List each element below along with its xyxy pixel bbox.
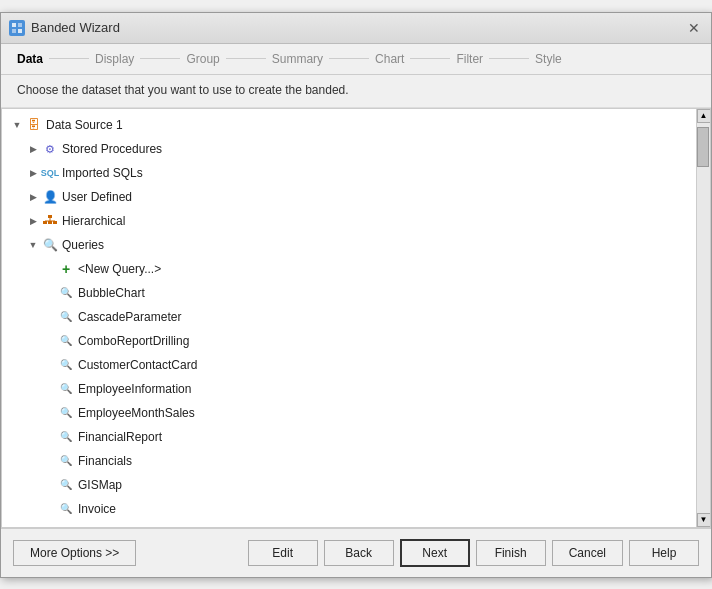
datasource-label: Data Source 1 [46, 115, 123, 135]
tree-node-employeemonthsales[interactable]: 🔍 EmployeeMonthSales [2, 401, 696, 425]
query-icon-financialreport: 🔍 [58, 429, 74, 445]
tree-node-new-query[interactable]: + <New Query...> [2, 257, 696, 281]
finish-button[interactable]: Finish [476, 540, 546, 566]
step-divider-4 [329, 58, 369, 59]
cascadeparameter-label: CascadeParameter [78, 307, 181, 327]
step-chart: Chart [375, 52, 404, 66]
spacer-invoice [42, 502, 56, 516]
window-icon [9, 20, 25, 36]
step-divider-2 [140, 58, 180, 59]
step-display: Display [95, 52, 134, 66]
steps-bar: Data Display Group Summary Chart Filter … [1, 44, 711, 75]
scroll-down-arrow[interactable]: ▼ [697, 513, 711, 527]
spacer-financialreport [42, 430, 56, 444]
query-icon-financials: 🔍 [58, 453, 74, 469]
employeemonthsales-label: EmployeeMonthSales [78, 403, 195, 423]
financialreport-label: FinancialReport [78, 427, 162, 447]
hierarchical-icon [42, 213, 58, 229]
stored-procedures-label: Stored Procedures [62, 139, 162, 159]
scroll-up-arrow[interactable]: ▲ [697, 109, 711, 123]
tree-node-financials[interactable]: 🔍 Financials [2, 449, 696, 473]
tree-node-imported-sqls[interactable]: ▶ SQL Imported SQLs [2, 161, 696, 185]
step-filter: Filter [456, 52, 483, 66]
expand-icon-hierarchical: ▶ [26, 214, 40, 228]
queries-icon: 🔍 [42, 237, 58, 253]
description-text: Choose the dataset that you want to use … [1, 75, 711, 108]
kpi-label: KeyPerformanceIndicators [78, 523, 219, 527]
next-button[interactable]: Next [400, 539, 470, 567]
spacer-cascadeparameter [42, 310, 56, 324]
tree-node-financialreport[interactable]: 🔍 FinancialReport [2, 425, 696, 449]
tree-node-comboreportdrilling[interactable]: 🔍 ComboReportDrilling [2, 329, 696, 353]
svg-rect-8 [48, 221, 52, 224]
add-query-icon: + [58, 261, 74, 277]
footer-left: More Options >> [13, 540, 242, 566]
close-button[interactable]: ✕ [685, 19, 703, 37]
tree-node-kpi[interactable]: 🔍 KeyPerformanceIndicators [2, 521, 696, 527]
step-divider-5 [410, 58, 450, 59]
svg-rect-3 [18, 29, 22, 33]
spacer-employeemonthsales [42, 406, 56, 420]
cancel-button[interactable]: Cancel [552, 540, 623, 566]
expand-icon-sql: ▶ [26, 166, 40, 180]
content-area: ▼ 🗄 Data Source 1 ▶ ⚙ Stored Procedures … [1, 108, 711, 528]
svg-rect-2 [12, 29, 16, 33]
svg-rect-0 [12, 23, 16, 27]
gismap-label: GISMap [78, 475, 122, 495]
customercontactcard-label: CustomerContactCard [78, 355, 197, 375]
bubblechart-label: BubbleChart [78, 283, 145, 303]
spacer-bubblechart [42, 286, 56, 300]
vertical-scrollbar[interactable]: ▲ ▼ [696, 109, 710, 527]
tree-node-hierarchical[interactable]: ▶ Hierarchical [2, 209, 696, 233]
tree-node-user-defined[interactable]: ▶ 👤 User Defined [2, 185, 696, 209]
more-options-button[interactable]: More Options >> [13, 540, 136, 566]
employeeinformation-label: EmployeeInformation [78, 379, 191, 399]
help-button[interactable]: Help [629, 540, 699, 566]
svg-rect-7 [43, 221, 47, 224]
new-query-label: <New Query...> [78, 259, 161, 279]
edit-button[interactable]: Edit [248, 540, 318, 566]
imported-sqls-label: Imported SQLs [62, 163, 143, 183]
tree-node-datasource[interactable]: ▼ 🗄 Data Source 1 [2, 113, 696, 137]
tree-node-bubblechart[interactable]: 🔍 BubbleChart [2, 281, 696, 305]
tree-node-employeeinformation[interactable]: 🔍 EmployeeInformation [2, 377, 696, 401]
query-icon-employeemonthsales: 🔍 [58, 405, 74, 421]
spacer-comboreportdrilling [42, 334, 56, 348]
tree-node-cascadeparameter[interactable]: 🔍 CascadeParameter [2, 305, 696, 329]
tree-node-gismap[interactable]: 🔍 GISMap [2, 473, 696, 497]
spacer-financials [42, 454, 56, 468]
comboreportdrilling-label: ComboReportDrilling [78, 331, 189, 351]
query-icon-cascadeparameter: 🔍 [58, 309, 74, 325]
step-style: Style [535, 52, 562, 66]
tree-node-customercontactcard[interactable]: 🔍 CustomerContactCard [2, 353, 696, 377]
tree-node-stored-procedures[interactable]: ▶ ⚙ Stored Procedures [2, 137, 696, 161]
back-button[interactable]: Back [324, 540, 394, 566]
query-icon-kpi: 🔍 [58, 525, 74, 527]
storedproc-icon: ⚙ [42, 141, 58, 157]
tree-area[interactable]: ▼ 🗄 Data Source 1 ▶ ⚙ Stored Procedures … [2, 109, 696, 527]
scroll-thumb[interactable] [697, 127, 709, 167]
svg-rect-1 [18, 23, 22, 27]
step-summary: Summary [272, 52, 323, 66]
svg-rect-4 [48, 215, 52, 218]
scroll-track[interactable] [697, 123, 710, 513]
step-group: Group [186, 52, 219, 66]
userdefined-icon: 👤 [42, 189, 58, 205]
title-bar-left: Banded Wizard [9, 20, 120, 36]
query-icon-comboreportdrilling: 🔍 [58, 333, 74, 349]
datasource-icon: 🗄 [26, 117, 42, 133]
expand-icon-queries: ▼ [26, 238, 40, 252]
query-icon-invoice: 🔍 [58, 501, 74, 517]
spacer-kpi [42, 526, 56, 527]
footer: More Options >> Edit Back Next Finish Ca… [1, 528, 711, 577]
query-icon-gismap: 🔍 [58, 477, 74, 493]
query-icon-customercontactcard: 🔍 [58, 357, 74, 373]
queries-label: Queries [62, 235, 104, 255]
financials-label: Financials [78, 451, 132, 471]
step-divider-6 [489, 58, 529, 59]
expand-icon-userdefined: ▶ [26, 190, 40, 204]
spacer-new-query [42, 262, 56, 276]
tree-node-queries[interactable]: ▼ 🔍 Queries [2, 233, 696, 257]
sql-icon: SQL [42, 165, 58, 181]
tree-node-invoice[interactable]: 🔍 Invoice [2, 497, 696, 521]
